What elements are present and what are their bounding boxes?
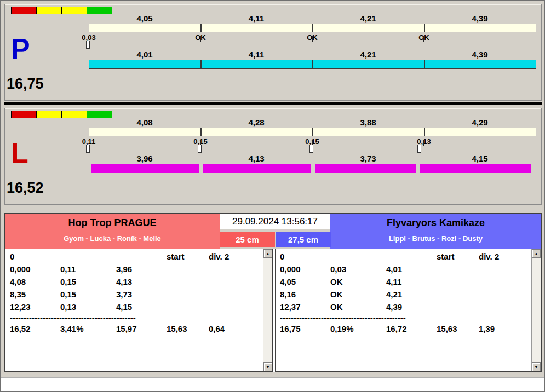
- split-bar-top: [89, 128, 536, 136]
- height-class-right: 27,5 cm: [276, 232, 331, 247]
- pass-marks: 0,03 OK OK OK: [5, 33, 541, 42]
- cell: 0,000: [10, 264, 31, 274]
- cell: 0,000: [280, 264, 301, 274]
- split-value: 3,96: [123, 154, 167, 163]
- segment-separator: [312, 128, 313, 136]
- cell: 15,63: [167, 324, 187, 333]
- dash-text: ----------------------------------------…: [280, 313, 406, 322]
- cell: 3,96: [116, 264, 132, 274]
- lane-panel-p: 4,05 4,11 4,21 4,39 0,03 OK OK OK 4,01 4…: [4, 4, 542, 101]
- cell: 3,73: [116, 290, 132, 299]
- split-value: 4,11: [234, 14, 278, 23]
- lane-letter: L: [11, 139, 28, 167]
- split-value: 3,73: [346, 154, 390, 163]
- cell-div: div. 2: [209, 252, 229, 261]
- results-table-right: 0 start div. 2 0,000 0,03 4,01 4,05 OK 4…: [275, 249, 541, 372]
- scrollbar-track[interactable]: [532, 258, 541, 362]
- start-lights: [11, 7, 112, 14]
- light-green-icon: [87, 7, 112, 14]
- dash-separator: ----------------------------------------…: [279, 313, 530, 325]
- team-name: Hop Trop PRAGUE: [68, 217, 157, 229]
- split-bar-bottom-segment: [420, 164, 531, 173]
- split-value: 4,01: [123, 50, 167, 59]
- split-value: 3,88: [346, 118, 390, 127]
- cell-div: div. 2: [479, 252, 499, 261]
- split-value: 4,39: [458, 14, 502, 23]
- cell: OK: [330, 302, 343, 312]
- table-row: 0,000 0,03 4,01: [279, 264, 530, 276]
- cell-start: start: [437, 252, 455, 261]
- cell: 4,05: [280, 277, 296, 286]
- cell: 16,72: [386, 324, 407, 333]
- cell-percent: 3,41%: [60, 324, 84, 333]
- segment-separator: [200, 60, 202, 68]
- segment-separator: [312, 24, 313, 32]
- dash-separator: ----------------------------------------…: [9, 313, 261, 325]
- cell-zero: 0: [10, 252, 14, 261]
- split-bar-bottom-segment: [315, 164, 416, 173]
- cell: 4,13: [116, 277, 132, 286]
- scroll-down-button[interactable]: ▼: [263, 362, 272, 371]
- cell: 0,15: [60, 290, 76, 299]
- segment-separator: [424, 60, 425, 68]
- team-name: Flyvaryors Kamikaze: [387, 217, 485, 229]
- team-header-right: Flyvaryors Kamikaze Lippi - Brutus - Roz…: [330, 214, 541, 249]
- pass-marks: 0,11 0,15 0,15 0,13: [5, 137, 541, 146]
- split-bar-top: [89, 24, 536, 32]
- segment-separator: [312, 60, 313, 68]
- cell: 4,01: [386, 264, 402, 274]
- start-pulse-marker: [198, 145, 202, 153]
- arrow-up-icon: ▲: [535, 252, 538, 256]
- split-value: 4,15: [458, 154, 502, 163]
- team-members: Gyom - Lucka - Roník - Melie: [64, 234, 161, 243]
- cell-start: start: [167, 252, 185, 261]
- cell: 4,39: [386, 302, 402, 312]
- arrow-up-icon: ▲: [266, 252, 270, 256]
- light-red-icon: [11, 111, 37, 118]
- scroll-down-button[interactable]: ▼: [532, 362, 541, 371]
- split-bar-bottom-segment: [203, 164, 311, 173]
- segment-tick: [423, 36, 424, 42]
- split-value: 4,21: [346, 50, 390, 59]
- segment-separator: [424, 24, 425, 32]
- lane-total-time: 16,75: [7, 76, 44, 93]
- table-row: 0,000 0,11 3,96: [9, 264, 261, 276]
- light-yellow-icon: [61, 7, 87, 14]
- scrollbar-track[interactable]: [263, 258, 272, 362]
- light-red-icon: [11, 7, 37, 14]
- vertical-scrollbar[interactable]: ▲ ▼: [531, 249, 541, 371]
- cell: 12,37: [280, 302, 301, 312]
- summary-row: 16,75 0,19% 16,72 15,63 1,39: [279, 324, 530, 336]
- cell: OK: [330, 277, 343, 286]
- cell-zero: 0: [280, 252, 284, 261]
- table-row: 8,16 OK 4,21: [279, 290, 530, 302]
- segment-tick: [200, 36, 201, 42]
- split-value: 4,13: [234, 154, 278, 163]
- scroll-up-button[interactable]: ▲: [263, 249, 272, 258]
- start-pulse-marker: [86, 145, 90, 153]
- arrow-down-icon: ▼: [266, 365, 270, 369]
- cell: 15,97: [116, 324, 137, 333]
- table-row: 4,08 0,15 4,13: [9, 277, 261, 289]
- scroll-up-button[interactable]: ▲: [532, 249, 541, 258]
- table-header-row: 0 start div. 2: [9, 252, 261, 264]
- lane-panel-l: 4,08 4,28 3,88 4,29 0,11 0,15 0,15 0,13 …: [4, 108, 542, 205]
- start-pulse-marker: [309, 145, 313, 153]
- datetime-display: 29.09.2024 13:56:17: [220, 214, 330, 229]
- vertical-scrollbar[interactable]: ▲ ▼: [263, 249, 272, 371]
- lane-total-time: 16,52: [7, 180, 44, 197]
- scoreboard: Hop Trop PRAGUE Gyom - Lucka - Roník - M…: [4, 213, 542, 372]
- segment-separator: [424, 128, 425, 136]
- cell: 15,63: [437, 324, 457, 333]
- segment-separator: [200, 128, 202, 136]
- cell: 4,11: [386, 277, 401, 286]
- cell: 0,03: [330, 264, 346, 274]
- cell: 4,08: [10, 277, 26, 286]
- cell: 0,15: [60, 277, 76, 286]
- cell: 4,21: [386, 290, 402, 299]
- segment-tick: [423, 140, 424, 146]
- lane-divider: [4, 102, 542, 105]
- split-value: 4,28: [234, 118, 278, 127]
- timing-app-window: 4,05 4,11 4,21 4,39 0,03 OK OK OK 4,01 4…: [0, 0, 545, 392]
- light-yellow-icon: [36, 111, 62, 118]
